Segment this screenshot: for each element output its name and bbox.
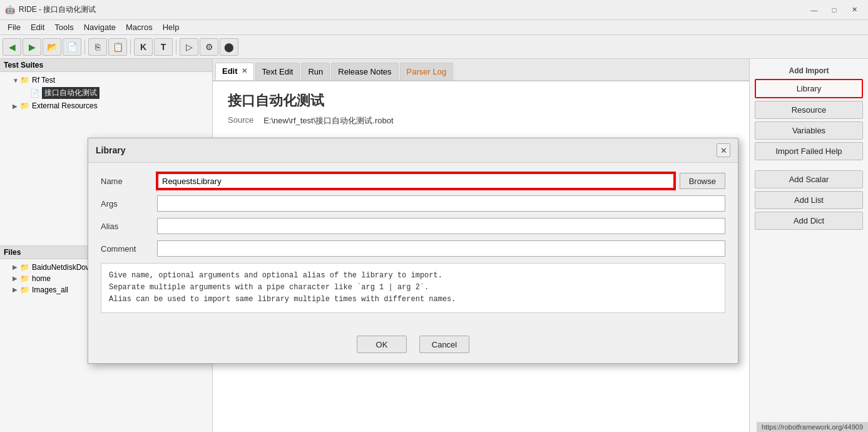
expand-rf-test[interactable]: ▼ [13,77,20,84]
add-list-button[interactable]: Add List [755,191,863,209]
browse-button[interactable]: Browse [680,173,725,189]
images-icon: 📁 [20,285,29,294]
toolbar-sep1 [84,39,85,54]
toolbar-sep2 [130,39,131,54]
name-input-area: Browse [157,173,725,189]
rf-test-icon: 📁 [20,76,29,85]
expand-home[interactable]: ▶ [13,275,20,282]
alias-row: Alias [101,218,725,234]
home-label: home [32,274,51,283]
import-failed-help-button[interactable]: Import Failed Help [755,142,863,160]
files-label: Files [4,248,21,257]
toolbar: ◀ ▶ 📂 📄 ⎘ 📋 K T ▷ ⚙ ⬤ [0,35,868,59]
baidu-icon: 📁 [20,263,29,272]
modal-footer: OK Cancel [88,331,738,363]
tab-edit-close[interactable]: ✕ [242,67,247,75]
menu-macros[interactable]: Macros [121,21,158,33]
tab-parser-log-label: Parser Log [407,67,447,76]
modal-close-button[interactable]: ✕ [717,143,730,157]
tab-bar: Edit ✕ Text Edit Run Release Notes Parse… [213,59,749,81]
expand-images[interactable]: ▶ [13,286,20,293]
copy-toolbar-btn[interactable]: ⎘ [88,38,107,56]
external-label: External Resources [32,101,98,110]
args-label: Args [101,199,157,208]
tab-edit[interactable]: Edit ✕ [215,63,254,80]
menu-file[interactable]: File [3,21,26,33]
new-toolbar-btn[interactable]: 📄 [63,38,81,56]
add-dict-button[interactable]: Add Dict [755,212,863,230]
args-input[interactable] [157,195,725,212]
menu-tools[interactable]: Tools [49,21,78,33]
expand-external[interactable]: ▶ [13,103,20,110]
alias-input-area [157,218,725,234]
home-icon: 📁 [20,274,29,283]
name-label: Name [101,177,157,186]
tree-item-external[interactable]: ▶ 📁 External Resources [3,100,210,111]
comment-input[interactable] [157,240,725,257]
add-scalar-button[interactable]: Add Scalar [755,170,863,188]
comment-row: Comment [101,240,725,257]
titlebar: 🤖 RIDE - 接口自动化测试 — □ ✕ [0,0,868,20]
settings-toolbar-btn[interactable]: ⚙ [200,38,218,56]
content-source: Source E:\new\rf_test\接口自动化测试.robot [228,115,734,126]
run-toolbar-btn[interactable]: ▷ [180,38,198,56]
modal-titlebar: Library ✕ [88,138,738,163]
menu-edit[interactable]: Edit [26,21,49,33]
menubar: File Edit Tools Navigate Macros Help [0,20,868,35]
maximize-button[interactable]: □ [825,4,843,16]
title-text: RIDE - 接口自动化测试 [19,4,805,15]
cancel-button[interactable]: Cancel [419,336,469,353]
toolbar-sep3 [176,39,176,54]
tree-item-jieyou[interactable]: 📄 接口自动化测试 [3,86,210,100]
modal-body: Name Browse Args Alias Comment [88,163,738,331]
args-row: Args [101,195,725,212]
add-import-label: Add Import [755,64,863,76]
expand-baidu[interactable]: ▶ [13,264,20,270]
back-toolbar-btn[interactable]: ◀ [3,38,21,56]
modal-title: Library [96,145,125,155]
right-sidebar: Add Import Library Resource Variables Im… [749,59,868,432]
name-row: Name Browse [101,173,725,189]
tab-edit-label: Edit [222,66,238,76]
ok-button[interactable]: OK [357,336,407,353]
alias-label: Alias [101,222,157,231]
open-toolbar-btn[interactable]: 📂 [43,38,61,56]
args-input-area [157,195,725,212]
tab-run-label: Run [308,67,323,76]
help-text: Give name, optional arguments and option… [101,263,725,313]
source-label: Source [228,115,253,126]
alias-input[interactable] [157,218,725,234]
tab-release-notes-label: Release Notes [338,67,391,76]
name-input[interactable] [157,173,675,189]
t-toolbar-btn[interactable]: T [154,38,173,56]
titlebar-controls: — □ ✕ [805,4,863,16]
library-button[interactable]: Library [755,79,863,98]
test-suites-label: Test Suites [4,61,43,69]
tree-item-rf-test[interactable]: ▼ 📁 Rf Test [3,75,210,86]
app-icon: 🤖 [5,5,15,15]
tab-parser-log[interactable]: Parser Log [400,63,454,80]
images-label: Images_all [32,285,68,294]
paste-toolbar-btn[interactable]: 📋 [108,38,127,56]
test-suites-header: Test Suites [0,59,212,72]
variables-button[interactable]: Variables [755,121,863,140]
tab-text-edit[interactable]: Text Edit [255,63,300,80]
jieyou-icon: 📄 [30,89,39,98]
menu-navigate[interactable]: Navigate [79,21,121,33]
forward-toolbar-btn[interactable]: ▶ [23,38,41,56]
minimize-button[interactable]: — [805,4,823,16]
external-icon: 📁 [20,101,29,110]
jieyou-label: 接口自动化测试 [42,87,100,99]
library-modal: Library ✕ Name Browse Args Alias C [88,138,738,364]
tab-release-notes[interactable]: Release Notes [331,63,398,80]
sidebar-spacer [755,163,863,168]
comment-label: Comment [101,244,157,254]
tab-text-edit-label: Text Edit [262,67,294,76]
close-button[interactable]: ✕ [845,4,863,16]
stop-toolbar-btn[interactable]: ⬤ [220,38,238,56]
resource-button[interactable]: Resource [755,101,863,119]
tab-run[interactable]: Run [301,63,330,80]
menu-help[interactable]: Help [158,21,185,33]
status-text: https://robotframework.org/44909 [762,423,863,431]
k-toolbar-btn[interactable]: K [134,38,153,56]
